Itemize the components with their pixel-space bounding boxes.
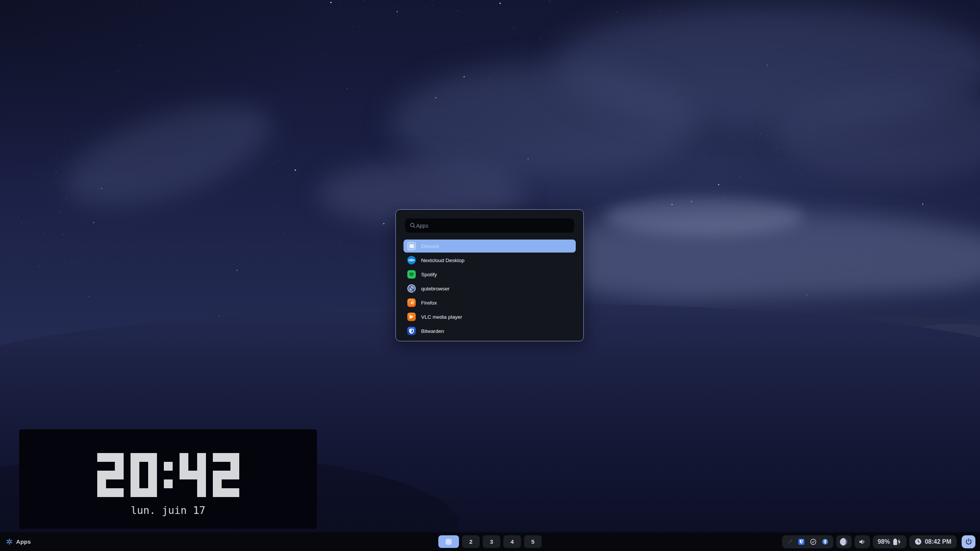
list-item-label: Bitwarden bbox=[421, 328, 444, 334]
search-icon bbox=[410, 222, 416, 229]
digital-time bbox=[19, 453, 317, 497]
workspace-2[interactable]: 2 bbox=[462, 535, 480, 548]
app-launcher: Discord Nextcloud Desktop Spotify bbox=[395, 209, 584, 341]
nextcloud-icon bbox=[407, 256, 416, 264]
network-activity-icon[interactable] bbox=[787, 538, 793, 545]
workspace-active-indicator bbox=[446, 539, 452, 545]
volume-icon bbox=[858, 538, 866, 545]
list-item-label: Discord bbox=[421, 243, 439, 249]
bitwarden-icon bbox=[407, 327, 416, 335]
list-item-label: VLC media player bbox=[421, 314, 462, 320]
bitwarden-tray-icon[interactable] bbox=[798, 538, 805, 546]
clock-icon bbox=[915, 538, 922, 545]
clock-indicator[interactable]: 08:42 PM bbox=[909, 535, 957, 548]
taskbar: Apps 2 3 4 5 bbox=[0, 532, 980, 551]
desktop-clock-widget: lun. juin 17 bbox=[19, 429, 317, 529]
apps-menu-button[interactable]: Apps bbox=[6, 532, 31, 551]
list-item-bitwarden[interactable]: Bitwarden bbox=[403, 324, 576, 337]
list-item-qutebrowser[interactable]: qutebrowser bbox=[403, 282, 576, 295]
check-circle-icon[interactable] bbox=[810, 538, 817, 546]
system-tray-area: 98% 08:42 PM bbox=[782, 532, 975, 551]
taskbar-time: 08:42 PM bbox=[925, 538, 951, 545]
power-button[interactable] bbox=[962, 535, 975, 548]
workspace-5[interactable]: 5 bbox=[524, 535, 542, 548]
vlc-icon bbox=[407, 313, 416, 321]
power-icon bbox=[965, 538, 972, 545]
discord-icon bbox=[407, 242, 416, 250]
battery-indicator[interactable]: 98% bbox=[873, 535, 906, 548]
list-item-label: qutebrowser bbox=[421, 286, 449, 292]
search-input[interactable] bbox=[416, 223, 570, 229]
qutebrowser-icon bbox=[407, 284, 416, 293]
battery-icon bbox=[892, 538, 902, 546]
apps-menu-label: Apps bbox=[16, 538, 31, 545]
night-light-toggle[interactable] bbox=[836, 535, 852, 548]
workspace-switcher: 2 3 4 5 bbox=[438, 532, 542, 551]
night-light-icon bbox=[840, 538, 848, 546]
digital-date: lun. juin 17 bbox=[19, 504, 317, 516]
list-item-discord[interactable]: Discord bbox=[403, 240, 576, 253]
workspace-3[interactable]: 3 bbox=[483, 535, 500, 548]
workspace-1[interactable] bbox=[438, 535, 459, 548]
app-list: Discord Nextcloud Desktop Spotify bbox=[403, 240, 576, 339]
list-item-firefox[interactable]: Firefox bbox=[403, 296, 576, 309]
list-item-nextcloud[interactable]: Nextcloud Desktop bbox=[403, 254, 576, 267]
volume-button[interactable] bbox=[854, 535, 870, 548]
bluetooth-icon[interactable] bbox=[822, 538, 828, 546]
list-item-label: Nextcloud Desktop bbox=[421, 258, 464, 263]
launcher-search[interactable] bbox=[405, 218, 574, 233]
firefox-icon bbox=[407, 298, 416, 307]
list-item-label: Firefox bbox=[421, 300, 437, 306]
list-item-vlc[interactable]: VLC media player bbox=[403, 310, 576, 323]
battery-percent: 98% bbox=[878, 538, 890, 545]
workspace-4[interactable]: 4 bbox=[503, 535, 521, 548]
nix-snowflake-icon bbox=[6, 538, 13, 545]
spotify-icon bbox=[407, 270, 416, 279]
list-item-label: Spotify bbox=[421, 272, 437, 277]
list-item-spotify[interactable]: Spotify bbox=[403, 268, 576, 281]
tray-icon-group bbox=[782, 535, 833, 548]
